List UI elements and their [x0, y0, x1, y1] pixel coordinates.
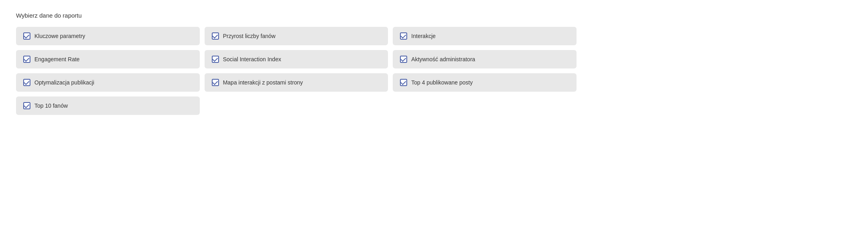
checkbox-label-interakcje: Interakcje [411, 33, 436, 39]
checkbox-item-engagement-rate[interactable]: Engagement Rate [16, 50, 200, 68]
checkbox-item-top-10-fanow[interactable]: Top 10 fanów [16, 96, 200, 115]
checkbox-label-aktywnosc-administratora: Aktywność administratora [411, 56, 475, 62]
checkbox-item-social-interaction-index[interactable]: Social Interaction Index [205, 50, 388, 68]
checkbox-label-social-interaction-index: Social Interaction Index [223, 56, 281, 62]
checkbox-item-aktywnosc-administratora[interactable]: Aktywność administratora [393, 50, 577, 68]
checkbox-label-kluczowe-parametry: Kluczowe parametry [34, 33, 85, 39]
checkbox-item-optymalizacja-publikacji[interactable]: Optymalizacja publikacji [16, 73, 200, 92]
checkbox-icon-interakcje [400, 32, 407, 40]
checkbox-item-przyrost-liczby-fanow[interactable]: Przyrost liczby fanów [205, 27, 388, 45]
checkbox-icon-top-10-fanow [23, 102, 30, 109]
checkbox-icon-optymalizacja-publikacji [23, 79, 30, 86]
checkbox-grid: Kluczowe parametryPrzyrost liczby fanówI… [16, 27, 577, 115]
checkbox-label-optymalizacja-publikacji: Optymalizacja publikacji [34, 79, 94, 86]
checkbox-label-mapa-interakcji: Mapa interakcji z postami strony [223, 79, 303, 86]
section-title: Wybierz dane do raportu [16, 12, 852, 19]
checkbox-item-interakcje[interactable]: Interakcje [393, 27, 577, 45]
checkbox-icon-przyrost-liczby-fanow [212, 32, 219, 40]
checkbox-icon-engagement-rate [23, 56, 30, 63]
checkbox-item-top-4-publikowane-posty[interactable]: Top 4 publikowane posty [393, 73, 577, 92]
checkbox-icon-aktywnosc-administratora [400, 56, 407, 63]
checkbox-label-top-4-publikowane-posty: Top 4 publikowane posty [411, 79, 472, 86]
checkbox-icon-social-interaction-index [212, 56, 219, 63]
checkbox-item-kluczowe-parametry[interactable]: Kluczowe parametry [16, 27, 200, 45]
checkbox-label-top-10-fanow: Top 10 fanów [34, 102, 68, 109]
checkbox-item-mapa-interakcji[interactable]: Mapa interakcji z postami strony [205, 73, 388, 92]
checkbox-icon-kluczowe-parametry [23, 32, 30, 40]
checkbox-label-przyrost-liczby-fanow: Przyrost liczby fanów [223, 33, 275, 39]
checkbox-label-engagement-rate: Engagement Rate [34, 56, 80, 62]
checkbox-icon-mapa-interakcji [212, 79, 219, 86]
checkbox-icon-top-4-publikowane-posty [400, 79, 407, 86]
